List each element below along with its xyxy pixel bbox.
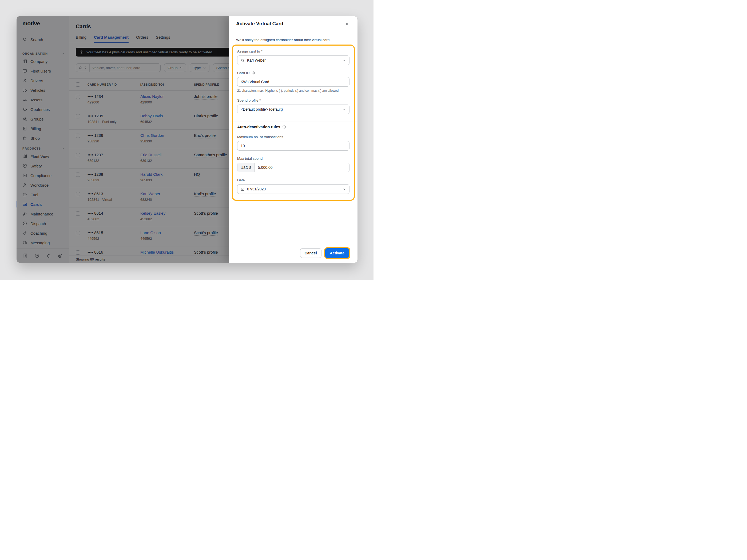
spend-profile-label: Spend profile * (237, 99, 350, 102)
spend-profile-value: <Default profile> (default) (241, 107, 283, 111)
screen: motive Search ORGANIZATION Company Fleet… (0, 0, 374, 280)
card-id-helper-text: 21 characters max. Hyphens (-), periods … (237, 89, 350, 92)
date-field: Date 07/31/2029 (237, 178, 350, 194)
modal-body: We’ll notify the assigned cardholder abo… (229, 38, 358, 201)
activate-button[interactable]: Activate (325, 248, 349, 258)
info-icon[interactable] (252, 71, 255, 75)
close-button[interactable] (343, 20, 351, 28)
max-transactions-field: Maximum no. of transactions (237, 135, 350, 151)
cancel-button[interactable]: Cancel (300, 248, 321, 258)
card-id-input[interactable] (237, 77, 350, 87)
close-icon (345, 22, 349, 26)
chevron-down-icon (342, 59, 346, 62)
spend-profile-field: Spend profile * <Default profile> (defau… (237, 99, 350, 114)
app-window: motive Search ORGANIZATION Company Fleet… (17, 16, 358, 263)
auto-deactivation-rules-title: Auto-deactivation rules (237, 125, 350, 129)
chevron-down-icon (342, 108, 346, 111)
max-transactions-input[interactable] (237, 141, 350, 151)
max-total-spend-input[interactable]: USD $ 5,000.00 (237, 163, 350, 172)
card-id-label: Card ID (237, 71, 350, 75)
info-icon[interactable] (282, 125, 286, 129)
modal-intro-text: We’ll notify the assigned cardholder abo… (236, 38, 351, 42)
assign-card-combobox[interactable]: Karl Weber (237, 55, 350, 65)
max-total-spend-label: Max total spend (237, 157, 350, 161)
card-id-field: Card ID 21 characters max. Hyphens (-), … (237, 71, 350, 92)
calendar-icon (241, 187, 244, 191)
card-id-label-text: Card ID (237, 71, 250, 75)
max-transactions-label: Maximum no. of transactions (237, 135, 350, 139)
date-value: 07/31/2029 (247, 187, 266, 191)
max-total-spend-field: Max total spend USD $ 5,000.00 (237, 157, 350, 172)
assign-card-value: Karl Weber (247, 58, 266, 62)
currency-prefix: USD $ (237, 163, 255, 172)
activate-virtual-card-modal: Activate Virtual Card We’ll notify the a… (229, 16, 358, 263)
chevron-down-icon (342, 187, 346, 191)
spend-profile-select[interactable]: <Default profile> (default) (237, 105, 350, 114)
assign-card-field: Assign card to * Karl Weber (237, 49, 350, 65)
assign-card-label: Assign card to * (237, 49, 350, 53)
modal-title: Activate Virtual Card (236, 21, 283, 27)
modal-header: Activate Virtual Card (229, 16, 358, 32)
date-label: Date (237, 178, 350, 182)
date-picker[interactable]: 07/31/2029 (237, 184, 350, 194)
highlighted-form-area: Assign card to * Karl Weber Card ID (232, 45, 355, 201)
rules-title-text: Auto-deactivation rules (237, 125, 280, 129)
max-total-spend-value: 5,000.00 (255, 165, 276, 169)
search-icon (241, 58, 244, 62)
modal-footer: Cancel Activate (229, 243, 358, 263)
